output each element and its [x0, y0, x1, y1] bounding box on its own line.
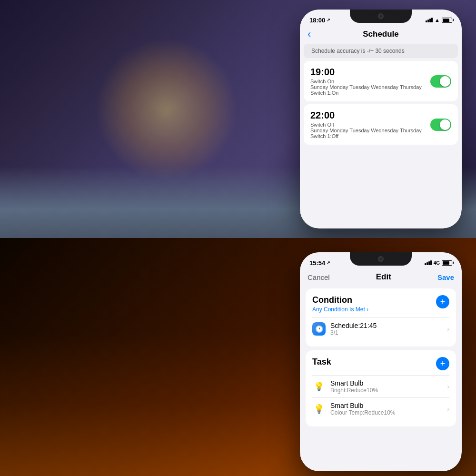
signal-bars-bottom	[425, 260, 432, 265]
signal-bar-1	[426, 20, 427, 22]
condition-item-text-1: Schedule:21:45 3/1	[330, 322, 377, 336]
signal-bar-b1	[425, 263, 426, 265]
time-display-top: 18:00	[309, 17, 325, 24]
time-display-bottom: 15:54	[309, 259, 325, 267]
battery-icon-bottom	[442, 260, 452, 266]
condition-item-subtitle-1: 3/1	[330, 329, 377, 336]
task-section: Task + 💡 Smart Bulb Bright:Reduce10% ›	[306, 350, 456, 426]
bottom-section: 15:54 ↗ 4G	[0, 238, 476, 476]
status-icons-bottom: 4G	[425, 260, 452, 266]
schedule-screen: 18:00 ↗ ▲	[300, 10, 462, 228]
chevron-icon-1: ›	[447, 325, 449, 333]
battery-fill-top	[443, 19, 449, 22]
status-icons-top: ▲	[426, 17, 452, 23]
task-item-subtitle-1: Bright:Reduce10%	[330, 387, 378, 394]
task-item-title-2: Smart Bulb	[330, 402, 396, 409]
task-item-2[interactable]: 💡 Smart Bulb Colour Temp:Reduce10% ›	[312, 397, 449, 420]
battery-fill-bottom	[443, 261, 449, 265]
main-layout: 18:00 ↗ ▲	[0, 0, 476, 476]
location-icon-bottom: ↗	[327, 260, 330, 265]
schedule-info-2: 22:00 Switch Off Sunday Monday Tuesday W…	[310, 110, 422, 139]
edit-title: Edit	[376, 272, 391, 282]
status-time-bottom: 15:54 ↗	[309, 259, 330, 267]
schedule-icon: 🕐	[312, 322, 326, 336]
task-title: Task	[312, 357, 331, 367]
save-button[interactable]: Save	[437, 273, 454, 281]
cond-nav-bar: Cancel Edit Save	[300, 269, 462, 285]
schedule-days-2: Sunday Monday Tuesday Wednesday Thursday	[310, 128, 422, 133]
schedule-switch-2: Switch 1:Off	[310, 133, 422, 139]
task-item-1[interactable]: 💡 Smart Bulb Bright:Reduce10% ›	[312, 375, 449, 397]
wifi-icon-top: ▲	[435, 17, 440, 23]
phone-camera-bottom	[378, 256, 384, 262]
condition-item-title-1: Schedule:21:45	[330, 322, 377, 329]
nav-title-top: Schedule	[363, 30, 399, 39]
phone-camera-top	[378, 13, 384, 19]
location-icon-top: ↗	[327, 18, 330, 22]
task-header: Task +	[312, 357, 449, 370]
signal-bar-b3	[428, 261, 430, 265]
condition-title: Condition	[312, 295, 368, 305]
add-condition-button[interactable]: +	[436, 295, 449, 308]
task-item-text-1: Smart Bulb Bright:Reduce10%	[330, 379, 378, 394]
status-time-top: 18:00 ↗	[309, 17, 330, 24]
schedule-time-2: 22:00	[310, 110, 422, 121]
back-button-top[interactable]: ‹	[307, 28, 311, 40]
signal-bar-b4	[430, 260, 432, 265]
task-item-subtitle-2: Colour Temp:Reduce10%	[330, 409, 396, 416]
battery-icon-top	[442, 18, 452, 23]
nav-bar-top: ‹ Schedule	[300, 27, 462, 42]
condition-header: Condition Any Condition Is Met › +	[312, 295, 449, 313]
network-label: 4G	[434, 260, 440, 266]
signal-bar-3	[429, 19, 431, 22]
schedule-item-1[interactable]: 19:00 Switch On Sunday Monday Tuesday We…	[304, 61, 458, 101]
signal-bar-b2	[426, 262, 428, 265]
toggle-1[interactable]	[430, 75, 451, 88]
schedule-switch-1: Switch 1:On	[310, 90, 422, 96]
chevron-icon-task-2: ›	[447, 405, 449, 413]
condition-header-text: Condition Any Condition Is Met ›	[312, 295, 368, 313]
schedule-item-2[interactable]: 22:00 Switch Off Sunday Monday Tuesday W…	[304, 104, 458, 145]
condition-item-1[interactable]: 🕐 Schedule:21:45 3/1 ›	[312, 317, 449, 340]
signal-bar-4	[431, 18, 433, 22]
accuracy-banner: Schedule accuracy is -/+ 30 seconds	[304, 44, 458, 58]
bulb-icon-2: 💡	[312, 402, 326, 416]
condition-screen: 15:54 ↗ 4G	[300, 252, 462, 471]
phone-bottom: 15:54 ↗ 4G	[300, 252, 462, 471]
condition-subtitle[interactable]: Any Condition Is Met ›	[312, 306, 368, 313]
schedule-action-2: Switch Off	[310, 122, 422, 128]
phone-top: 18:00 ↗ ▲	[300, 10, 462, 228]
schedule-time-1: 19:00	[310, 67, 422, 78]
top-section: 18:00 ↗ ▲	[0, 0, 476, 238]
task-item-title-1: Smart Bulb	[330, 379, 378, 387]
signal-bars-top	[426, 18, 433, 22]
task-item-text-2: Smart Bulb Colour Temp:Reduce10%	[330, 402, 396, 416]
task-item-left-2: 💡 Smart Bulb Colour Temp:Reduce10%	[312, 402, 396, 416]
task-item-left-1: 💡 Smart Bulb Bright:Reduce10%	[312, 379, 378, 394]
bulb-icon-1: 💡	[312, 380, 326, 393]
schedule-info-1: 19:00 Switch On Sunday Monday Tuesday We…	[310, 67, 422, 96]
condition-section: Condition Any Condition Is Met › + 🕐 Sch…	[306, 288, 456, 347]
cancel-button[interactable]: Cancel	[307, 273, 330, 281]
toggle-2[interactable]	[430, 119, 451, 131]
schedule-action-1: Switch On	[310, 79, 422, 84]
add-task-button[interactable]: +	[436, 357, 449, 370]
chevron-icon-task-1: ›	[447, 383, 449, 390]
condition-item-left-1: 🕐 Schedule:21:45 3/1	[312, 322, 377, 336]
schedule-days-1: Sunday Monday Tuesday Wednesday Thursday	[310, 84, 422, 90]
signal-bar-2	[427, 20, 429, 22]
